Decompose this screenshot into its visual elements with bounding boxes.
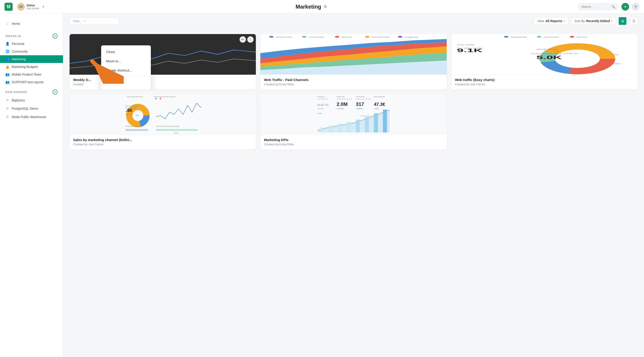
- data-sources-title: DATA SOURCES: [6, 91, 27, 93]
- card-web-traffic-easy[interactable]: adwords channel direct ime visits ive we…: [452, 34, 638, 90]
- svg-rect-53: [156, 129, 198, 131]
- chart-preview: [70, 34, 256, 75]
- sidebar-item-home[interactable]: ⌂ Home: [6, 21, 58, 26]
- more-options-button[interactable]: ⋮: [247, 36, 254, 43]
- card-author: Created by Joel Carron: [73, 143, 252, 146]
- svg-text:9%: 9%: [613, 54, 619, 56]
- donut-chart: adwords channel direct ime visits ive we…: [452, 34, 638, 74]
- svg-text:month: month: [318, 113, 322, 114]
- add-space-button[interactable]: +: [52, 34, 58, 38]
- search-input[interactable]: [582, 5, 610, 8]
- sidebar-item-community[interactable]: 🌐 Community: [0, 48, 63, 55]
- card-web-traffic-paid[interactable]: adwords channel direct facebook organic: [260, 34, 447, 90]
- sidebar-item-bigquery[interactable]: ≡ BigQuery: [0, 96, 63, 104]
- filter-input[interactable]: Filter... ▽: [70, 17, 119, 25]
- sidebar-item-mobile-product-team[interactable]: 👥 Mobile Product Team: [0, 71, 63, 78]
- sidebar-item-label: Personal: [12, 42, 24, 45]
- context-menu-delete[interactable]: Delete: [101, 86, 151, 90]
- svg-text:channel: channel: [543, 36, 559, 38]
- sidebar-datasources-list: ≡ BigQuery ≡ PostgreSQL Demo ≡ Mode Publ…: [0, 96, 63, 121]
- user-menu[interactable]: DE Demo Nick Binder ▼: [17, 3, 44, 10]
- svg-text:1%: 1%: [553, 50, 558, 52]
- datasource-icon: ≡: [6, 98, 10, 102]
- context-menu-create-shortcut[interactable]: Create shortcut...: [101, 66, 151, 75]
- sidebar-home-section: ⌂ Home: [0, 18, 63, 30]
- card-title: Web traffic (Easy charts): [455, 78, 634, 82]
- search-bar[interactable]: 🔍: [578, 3, 619, 10]
- help-button[interactable]: ?: [632, 3, 640, 10]
- question-icon: ?: [634, 5, 636, 8]
- sidebar-item-label: PostgreSQL Demo: [12, 107, 38, 110]
- sidebar-item-label: SUPPORT-test reports: [12, 80, 44, 84]
- svg-point-16: [537, 36, 541, 38]
- svg-point-18: [570, 36, 574, 38]
- add-datasource-button[interactable]: +: [52, 90, 58, 94]
- sidebar-item-marketing[interactable]: 👥 Marketing: [0, 55, 63, 63]
- context-menu-clone[interactable]: Clone: [101, 47, 151, 56]
- chevron-down-icon: ▾: [564, 20, 565, 22]
- svg-text:5.0K: 5.0K: [536, 55, 562, 60]
- svg-text:kel Revenue (All Time): kel Revenue (All Time): [126, 125, 141, 127]
- svg-text:direct: direct: [342, 36, 353, 38]
- sidebar-item-postgresql-demo[interactable]: ≡ PostgreSQL Demo: [0, 104, 63, 113]
- sort-selector[interactable]: Sort By Recently Edited ▾: [571, 17, 616, 25]
- svg-text:123.7%: 123.7%: [318, 108, 324, 110]
- edit-icon[interactable]: ✏: [240, 36, 246, 43]
- svg-text:.4K: .4K: [126, 108, 133, 113]
- sidebar-item-personal[interactable]: 👤 Personal: [0, 40, 63, 48]
- page-title: Marketing: [296, 3, 321, 10]
- app-logo[interactable]: M: [4, 3, 13, 11]
- context-menu-move-to[interactable]: Move to...: [101, 56, 151, 66]
- list-view-button[interactable]: ☰: [630, 17, 638, 25]
- svg-text:direct: direct: [576, 36, 587, 38]
- sidebar-item-label: Mobile Product Team: [12, 73, 41, 76]
- svg-point-11: [398, 36, 402, 38]
- chevron-down-icon: ▾: [611, 20, 612, 22]
- card-thumbnail: ✏ ⋮: [70, 34, 256, 75]
- svg-rect-73: [338, 123, 342, 132]
- sales-chart: Units Sold (All Time) Units Sold by Paid…: [70, 94, 256, 135]
- gear-icon[interactable]: ⚙: [323, 4, 327, 9]
- cards-grid: ✏ ⋮ Weekly O... Created Clone Move to...…: [63, 29, 644, 155]
- avatar: DE: [17, 3, 25, 10]
- svg-text:Cumulative web visits th: Cumulative web visits th: [531, 53, 578, 55]
- svg-rect-75: [356, 120, 360, 132]
- plus-icon: +: [624, 4, 627, 10]
- top-navigation: M DE Demo Nick Binder ▼ Marketing ⚙ 🔍 + …: [0, 0, 644, 13]
- sidebar-item-label: Marketing: [12, 57, 26, 61]
- card-thumbnail: adwords channel direct ime visits ive we…: [452, 34, 638, 75]
- grid-view-button[interactable]: ⊞: [619, 17, 626, 25]
- svg-text:98%: 98%: [136, 115, 139, 117]
- svg-text:organic: organic: [405, 36, 419, 38]
- card-sales-marketing[interactable]: Units Sold (All Time) Units Sold by Paid…: [70, 94, 256, 150]
- svg-text:Non-standard: Non-standard: [374, 96, 385, 98]
- svg-text:59%: 59%: [613, 63, 621, 65]
- sidebar-item-mode-public-warehouse[interactable]: ≡ Mode Public Warehouse: [0, 113, 63, 121]
- svg-text:47.3€: 47.3€: [374, 102, 385, 107]
- svg-text:Units Sold (All Time): Units Sold (All Time): [127, 96, 143, 98]
- sidebar: ⌂ Home SPACES (4) + 👤 Personal 🌐 Communi…: [0, 13, 63, 357]
- context-menu-archive[interactable]: Archive: [101, 77, 151, 86]
- grid-icon: ⊞: [621, 19, 624, 23]
- view-selector[interactable]: View All Reports ▾: [534, 17, 568, 25]
- svg-text:2016 Visits: 2016 Visits: [536, 48, 558, 50]
- add-button[interactable]: +: [622, 3, 629, 10]
- svg-point-48: [160, 98, 161, 99]
- org-name: Demo: [27, 3, 39, 7]
- user-name: Nick Binder: [27, 7, 39, 10]
- card-weekly-overview[interactable]: ✏ ⋮ Weekly O... Created Clone Move to...…: [70, 34, 256, 90]
- space-icon: 👥: [6, 72, 10, 76]
- main-content: Filter... ▽ View All Reports ▾ Sort By R…: [63, 13, 644, 357]
- sidebar-item-marketing-budgets[interactable]: 🔒 Marketing Budgets: [0, 63, 63, 71]
- card-marketing-kpis[interactable]: Revenue Units sold Customers Non-standar…: [260, 94, 447, 150]
- sidebar-item-label: Mode Public Warehouse: [12, 115, 46, 119]
- svg-text:9.1K: 9.1K: [457, 48, 482, 53]
- svg-text:Total: prior year: Total: prior year: [318, 98, 328, 100]
- svg-rect-0: [70, 34, 256, 75]
- card-author: Created by Joel Carron: [455, 83, 634, 86]
- svg-point-3: [269, 36, 274, 38]
- card-thumbnail: Revenue Units sold Customers Non-standar…: [260, 94, 447, 135]
- svg-rect-74: [347, 122, 351, 132]
- sidebar-item-support-test-reports[interactable]: 👥 SUPPORT-test reports: [0, 78, 63, 86]
- svg-rect-71: [320, 127, 324, 132]
